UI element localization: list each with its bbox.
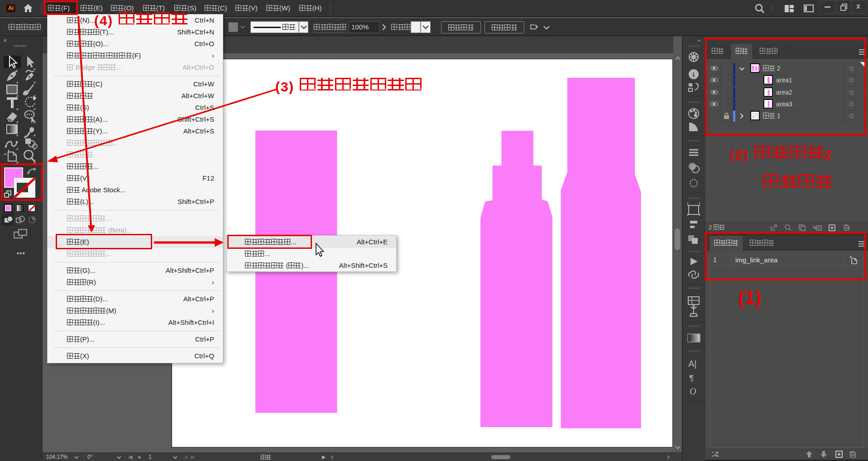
svg-text:¶: ¶ — [689, 373, 694, 383]
svg-text:i: i — [693, 71, 695, 78]
svg-text:O: O — [690, 386, 696, 396]
svg-text:A|: A| — [688, 359, 697, 369]
